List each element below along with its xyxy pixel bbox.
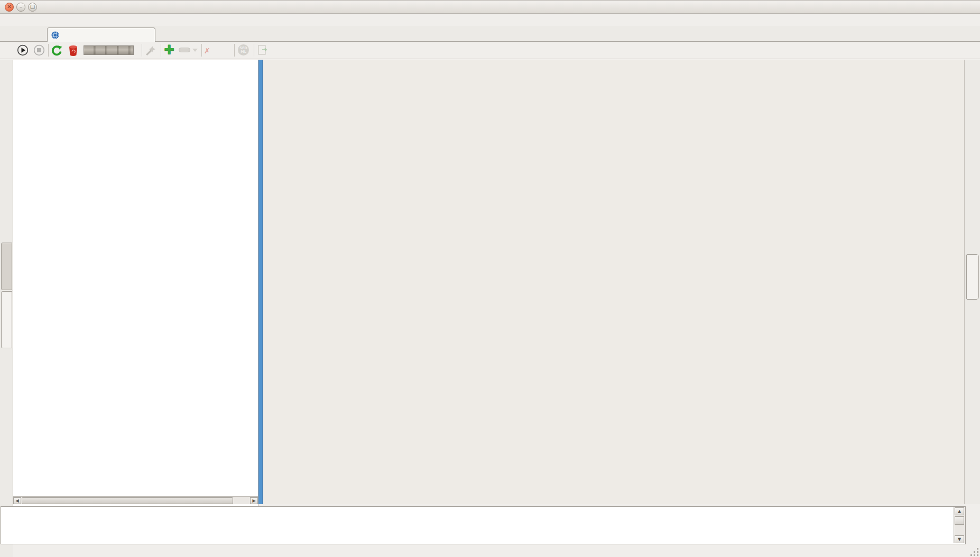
title-bar[interactable]: ✕ – ▢: [0, 1, 980, 14]
plot-canvas[interactable]: [263, 60, 964, 504]
simulation-plot[interactable]: [263, 60, 964, 504]
vertical-scrollbar[interactable]: ▲ ▼: [954, 507, 965, 543]
panel-splitter-handle[interactable]: [258, 60, 263, 504]
edit-file-button: [257, 44, 268, 56]
scroll-down-icon[interactable]: ▼: [955, 535, 964, 543]
toolbar-separator: [234, 44, 235, 57]
remove-graph-panel-button: [179, 48, 190, 52]
toolbar-separator: [254, 44, 254, 57]
scroll-left-icon[interactable]: ◀: [13, 497, 21, 504]
cellml-export-button: ✗: [204, 47, 210, 55]
right-tab-strip: [964, 60, 980, 504]
remove-graph-panel-dropdown-icon: [192, 49, 198, 52]
mode-tab-single-cell[interactable]: [966, 254, 979, 300]
add-graph-panel-button[interactable]: ✚: [164, 44, 174, 55]
menu-view[interactable]: [12, 17, 21, 20]
mode-tab-simulation[interactable]: [1, 291, 12, 348]
simulation-output-panel: ▲ ▼: [1, 506, 966, 544]
globe-icon: [51, 31, 59, 39]
close-window-button[interactable]: ✕: [5, 3, 14, 12]
opencor-window: ✕ – ▢: [0, 0, 980, 557]
menu-help[interactable]: [34, 17, 44, 20]
file-tab-bar: [0, 26, 980, 42]
toolbar-separator: [48, 44, 49, 57]
simulation-properties-panel: ◀ ▶: [13, 60, 258, 509]
clear-simulation-data-button[interactable]: [68, 44, 78, 57]
toolbar-separator: [142, 44, 142, 57]
menu-file[interactable]: [0, 17, 10, 20]
scroll-up-icon[interactable]: ▲: [955, 507, 964, 515]
file-tab[interactable]: [47, 27, 155, 42]
scroll-right-icon[interactable]: ▶: [250, 497, 258, 504]
window-resize-grip[interactable]: [970, 548, 979, 556]
reset-parameters-button[interactable]: [51, 44, 63, 57]
sedml-export-button: SEDML: [238, 44, 249, 55]
scrollbar-thumb[interactable]: [22, 497, 233, 504]
mode-tab-strip: [0, 60, 13, 557]
horizontal-scrollbar[interactable]: ◀ ▶: [13, 496, 258, 504]
run-simulation-button[interactable]: [17, 44, 29, 56]
minimize-window-button[interactable]: –: [16, 3, 25, 12]
toolbar-separator: [201, 44, 202, 57]
menu-tools[interactable]: [23, 17, 33, 20]
delay-wheel[interactable]: [84, 45, 134, 55]
simulation-toolbar: ✚ ✗ SEDML: [0, 42, 980, 59]
menu-bar: [0, 14, 980, 26]
mode-tab-editing[interactable]: [1, 243, 12, 290]
maximize-window-button[interactable]: ▢: [28, 3, 37, 12]
scrollbar-thumb[interactable]: [955, 516, 964, 525]
toolbar-separator: [161, 44, 161, 57]
development-mode-icon: [144, 44, 156, 56]
stop-simulation-button: [33, 44, 45, 56]
